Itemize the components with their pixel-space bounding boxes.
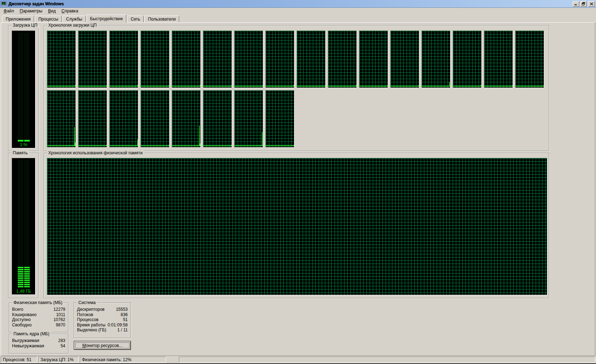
cpu-core-spike [231,145,232,146]
cpu-core-baseline [78,145,107,146]
cpu-core-baseline [484,86,513,87]
cpu-core-spike [449,82,450,87]
cpu-core-spike [169,86,169,87]
menu-item-view[interactable]: Вид [45,8,59,14]
system-row-handles: Дескрипторов 15553 [77,307,128,312]
cpu-core-baseline [110,145,138,146]
memory-history-group: Хронология использования физической памя… [44,153,549,298]
cpu-core-graph-9 [297,31,326,88]
row-label: Потоков [77,312,93,318]
cpu-history-group-title: Хронология загрузки ЦП [47,23,98,28]
window-title: Диспетчер задач Windows [9,1,572,6]
cpu-core-graph-15 [484,31,513,88]
tab-performance[interactable]: Быстродействие [87,15,127,23]
memory-history-graph [47,158,547,295]
cpu-core-graph-6 [203,31,232,88]
cpu-core-baseline [422,86,450,87]
performance-tab-page: Загрузка ЦП 1 % Хронология загрузки ЦП П… [1,22,595,356]
cpu-history-row-1 [47,31,546,88]
system-row-commit: Выделено (ГБ) 1 / 11 [77,327,128,333]
row-label: Невыгружаемая [12,343,44,349]
cpu-core-graph-18 [78,90,107,148]
memory-gauge-group-title: Память [11,150,29,155]
system-row-processes: Процессов 51 [77,317,128,322]
menu-item-file[interactable]: Файл [1,8,17,14]
cpu-core-graph-2 [78,31,107,88]
physical-memory-group-title: Физическая память (МБ) [12,300,64,305]
memory-gauge-lit-segments [18,267,30,288]
cpu-core-graph-5 [172,31,201,88]
row-label: Выгружаемая [12,338,39,343]
memory-history-group-title: Хронология использования физической памя… [47,150,144,155]
menu-item-options[interactable]: Параметры [17,8,45,14]
cpu-core-graph-8 [265,31,294,88]
cpu-core-spike [169,145,169,146]
tab-services[interactable]: Службы [62,16,85,22]
cpu-gauge-group: Загрузка ЦП 1 % [8,25,39,151]
cpu-core-graph-24 [265,90,294,148]
tab-applications[interactable]: Приложения [2,16,34,22]
row-label: Время работы [77,322,105,328]
cpu-core-baseline [234,86,263,87]
tab-network[interactable]: Сеть [127,16,144,22]
row-value: 15553 [116,307,128,312]
cpu-core-baseline [453,86,481,87]
cpu-core-spike [387,86,388,87]
cpu-core-graph-12 [390,31,419,88]
cpu-core-spike [293,145,294,146]
cpu-core-graph-21 [172,90,201,148]
cpu-core-baseline [110,86,138,87]
memory-gauge-unlit-texture [18,160,30,266]
cpu-core-spike [200,85,200,87]
statusbar: Процессов: 51 Загрузка ЦП: 1% Физическая… [0,356,596,363]
restore-icon [582,2,585,5]
tab-processes[interactable]: Процессы [35,16,62,22]
cpu-core-graph-11 [359,31,388,88]
system-row-threads: Потоков 836 [77,312,128,318]
kernel-memory-group-title: Память ядра (МБ) [12,331,51,336]
tab-users[interactable]: Пользователи [144,16,179,22]
row-value: 12279 [54,307,65,312]
cpu-core-graph-16 [515,31,544,88]
cpu-core-graph-4 [140,31,170,88]
physical-memory-row-total: Всего 12279 [12,307,65,312]
resource-monitor-button[interactable]: Монитор ресурсов... [74,341,131,350]
system-group: Система Дескрипторов 15553 Потоков 836 П… [74,303,131,338]
minimize-button[interactable] [573,1,579,7]
cpu-core-spike [481,85,481,87]
cpu-history-group: Хронология загрузки ЦП [44,25,549,151]
minimize-icon [574,2,578,5]
titlebar[interactable]: Диспетчер задач Windows [0,0,596,8]
kernel-memory-row-nonpaged: Невыгружаемая 54 [12,343,65,349]
close-icon [590,2,593,5]
task-manager-window: Диспетчер задач Windows Файл Параметры В… [0,0,596,364]
menu-item-help[interactable]: Справка [59,8,81,14]
physical-memory-row-cached: Кэшировано 1011 [12,312,65,318]
resource-monitor-button-label: Монитор ресурсов... [75,342,129,348]
close-button[interactable] [588,1,595,7]
row-label: Свободно [12,322,32,328]
cpu-core-baseline [47,86,76,87]
cpu-core-spike [543,86,544,87]
tabstrip: Приложения Процессы Службы Быстродействи… [0,14,596,22]
physical-memory-row-free: Свободно 9870 [12,322,65,328]
row-label: Выделено (ГБ) [77,327,106,333]
status-cpu-usage: Загрузка ЦП: 1% [38,357,79,363]
kernel-memory-group: Память ядра (МБ) Выгружаемая 283 Невыгру… [9,334,68,354]
cpu-core-spike [137,85,138,87]
cpu-core-spike [262,132,263,146]
cpu-core-baseline [172,86,200,87]
cpu-core-graph-22 [203,90,232,148]
cpu-core-baseline [297,86,325,87]
maximize-restore-button[interactable] [580,1,587,7]
app-icon [1,1,7,7]
cpu-core-baseline [359,86,388,87]
cpu-core-baseline [141,86,169,87]
system-row-uptime: Время работы 0:01:09:58 [77,322,128,328]
kernel-memory-row-paged: Выгружаемая 283 [12,338,65,343]
cpu-core-spike [356,85,357,87]
cpu-core-spike [75,143,76,146]
physical-memory-row-available: Доступно 10762 [12,317,65,322]
cpu-core-baseline [141,145,169,146]
cpu-core-spike [293,85,294,87]
